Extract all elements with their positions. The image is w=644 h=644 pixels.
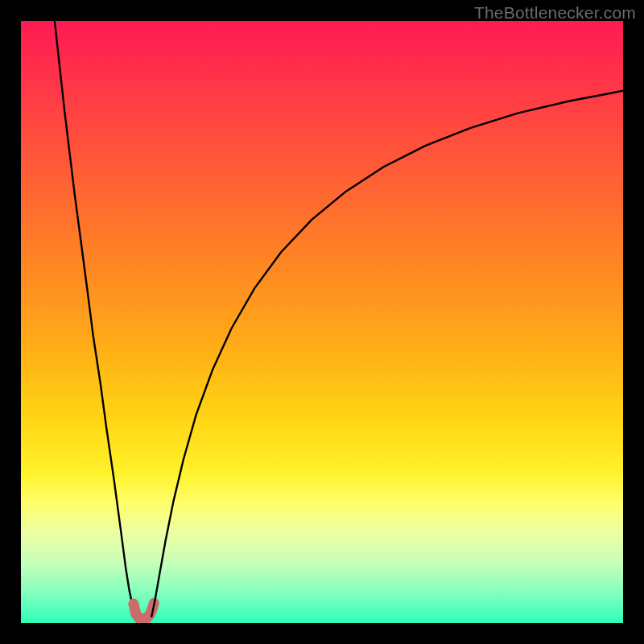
watermark-text: TheBottlenecker.com: [474, 3, 636, 23]
curve-overlay: [21, 21, 623, 623]
plot-area: [21, 21, 623, 623]
series-left-branch: [55, 21, 136, 617]
series-right-branch: [151, 91, 623, 617]
chart-frame: TheBottlenecker.com: [0, 0, 644, 644]
